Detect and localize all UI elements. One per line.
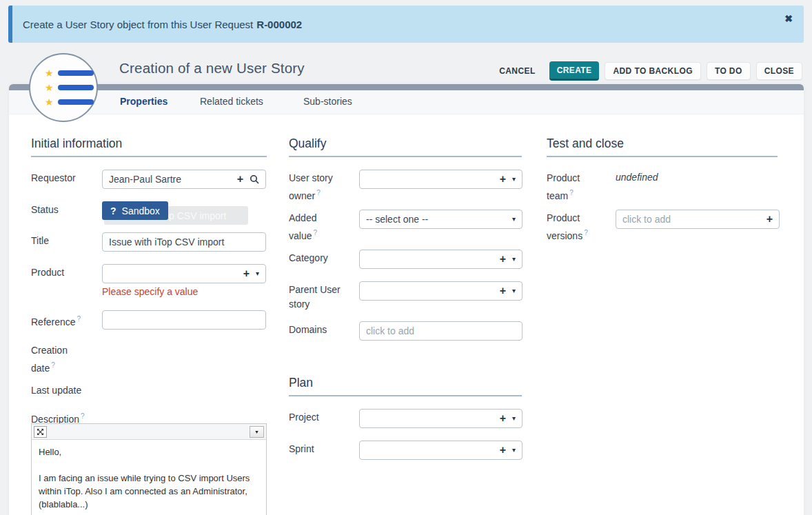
domains-input[interactable] (366, 325, 516, 336)
help-icon: ? (569, 189, 574, 196)
status-badge: ? Sandbox (102, 201, 168, 220)
section-rule (289, 156, 522, 157)
help-icon: ? (313, 229, 317, 236)
product-label: Product (31, 265, 99, 280)
product-versions-input[interactable] (622, 214, 767, 225)
add-icon[interactable]: + (237, 174, 243, 185)
add-icon[interactable]: + (500, 413, 506, 424)
description-line: Hello, (39, 445, 259, 458)
description-line: (blablabla...) (39, 498, 259, 511)
description-content[interactable]: Hello, I am facing an issue while trying… (32, 440, 266, 515)
sprint-label: Sprint (289, 442, 356, 456)
list-bar-icon (58, 99, 94, 105)
parent-user-story-select[interactable]: + ▾ (359, 281, 522, 301)
section-title-test-and-close: Test and close (547, 137, 624, 151)
section-title-initial-information: Initial information (31, 137, 122, 151)
add-icon[interactable]: + (500, 285, 506, 296)
action-toolbar: CANCEL CREATE ADD TO BACKLOG TO DO CLOSE (491, 61, 802, 81)
category-select[interactable]: + ▾ (359, 250, 522, 269)
section-rule (547, 156, 778, 157)
requestor-label: Requestor (31, 171, 99, 185)
add-icon[interactable]: + (243, 268, 250, 279)
description-line: I am facing an issue while trying to CSV… (39, 472, 259, 485)
chevron-down-icon[interactable]: ▾ (512, 256, 516, 263)
section-title-plan: Plan (289, 376, 313, 390)
user-story-icon: ★ ★ ★ (29, 53, 98, 122)
status-badge-label: Sandbox (122, 205, 160, 216)
chevron-down-icon[interactable]: ▾ (256, 270, 259, 277)
parent-user-story-label: Parent User story (289, 283, 356, 312)
user-story-icon-row: ★ (45, 68, 97, 78)
tab-sub-stories[interactable]: Sub-stories (303, 96, 352, 107)
star-icon: ★ (45, 83, 54, 92)
toolbar-expand-icon[interactable]: ▼ (250, 426, 264, 438)
requestor-field[interactable]: + (102, 170, 266, 189)
product-team-value: undefined (616, 172, 658, 183)
list-bar-icon (58, 70, 94, 76)
add-icon[interactable]: + (500, 174, 506, 185)
add-icon[interactable]: + (767, 214, 773, 225)
description-editor[interactable]: ▼ Hello, I am facing an issue while tryi… (31, 423, 267, 515)
category-label: Category (289, 251, 356, 265)
help-icon: ? (51, 361, 55, 369)
list-bar-icon (58, 85, 94, 90)
description-line: within iTop. Also I am connected as an A… (39, 485, 259, 498)
section-title-qualify: Qualify (289, 137, 326, 151)
banner-message: Create a User Story object from this Use… (23, 19, 253, 30)
maximize-icon[interactable] (34, 426, 47, 438)
chevron-down-icon[interactable]: ▾ (512, 216, 516, 223)
add-icon[interactable]: + (500, 254, 506, 265)
user-story-owner-select[interactable]: + ▾ (359, 170, 522, 189)
panel-top-bar (9, 84, 804, 90)
banner-object-ref: R-000002 (256, 19, 302, 30)
sprint-select[interactable]: + ▾ (359, 441, 522, 460)
user-story-icon-row: ★ (45, 97, 97, 107)
chevron-down-icon[interactable]: ▾ (512, 415, 516, 422)
create-user-story-page: Create a User Story object from this Use… (0, 0, 812, 515)
to-do-button[interactable]: TO DO (707, 62, 751, 80)
title-label: Title (31, 234, 99, 248)
product-select[interactable]: + ▾ (102, 264, 266, 283)
requestor-input[interactable] (109, 174, 237, 185)
added-value-select[interactable]: -- select one -- ▾ (359, 210, 522, 229)
product-team-label: Product team? (547, 171, 614, 203)
tab-properties[interactable]: Properties (120, 96, 168, 107)
product-versions-label: Product versions? (547, 211, 614, 243)
domains-field[interactable] (359, 321, 522, 341)
status-help-icon: ? (110, 205, 116, 216)
tab-related-tickets[interactable]: Related tickets (200, 96, 263, 107)
last-update-label: Last update (31, 383, 99, 398)
help-icon: ? (81, 412, 85, 420)
product-versions-field[interactable]: + (616, 210, 780, 229)
status-label: Status (31, 203, 99, 217)
create-button[interactable]: CREATE (549, 61, 600, 81)
reference-label: Reference? (31, 312, 99, 330)
creation-date-label: Creation date? (31, 343, 99, 376)
close-button[interactable]: CLOSE (756, 62, 802, 80)
help-icon: ? (584, 229, 588, 236)
title-input[interactable] (102, 232, 266, 252)
user-story-owner-label: User story owner? (289, 171, 356, 203)
add-to-backlog-button[interactable]: ADD TO BACKLOG (605, 62, 700, 80)
chevron-down-icon[interactable]: ▾ (512, 176, 516, 183)
cancel-button[interactable]: CANCEL (491, 62, 543, 80)
user-story-icon-row: ★ (45, 83, 97, 92)
add-icon[interactable]: + (500, 445, 506, 456)
description-line (39, 458, 259, 472)
project-label: Project (289, 410, 356, 425)
project-select[interactable]: + ▾ (359, 409, 522, 428)
section-rule (31, 156, 267, 157)
star-icon: ★ (45, 68, 54, 78)
reference-input[interactable] (102, 310, 266, 330)
chevron-down-icon[interactable]: ▾ (512, 447, 516, 454)
info-banner: Create a User Story object from this Use… (8, 6, 804, 43)
chevron-down-icon[interactable]: ▾ (512, 287, 516, 294)
close-icon[interactable]: ✖ (784, 14, 793, 23)
section-rule (289, 395, 522, 396)
added-value-selected-option: -- select one -- (366, 214, 428, 225)
domains-label: Domains (289, 323, 356, 337)
added-value-label: Added value? (289, 211, 356, 243)
page-title: Creation of a new User Story (119, 60, 305, 77)
product-error-message: Please specify a value (102, 286, 198, 297)
search-icon[interactable] (250, 174, 259, 184)
